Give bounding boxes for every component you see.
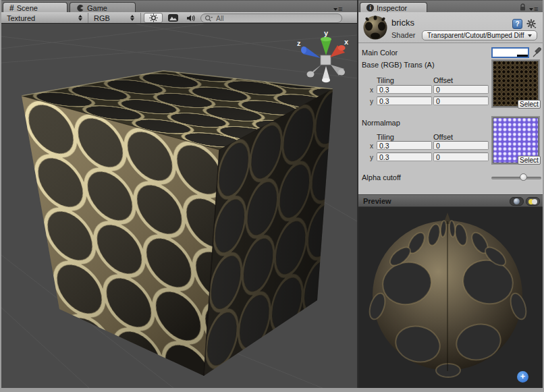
dropdown-triangle-icon <box>529 8 533 11</box>
sphere-icon <box>514 198 520 204</box>
base-y-axis-label: y <box>370 98 373 105</box>
menu-bars-icon: ≡ <box>534 5 538 12</box>
search-input[interactable] <box>215 13 325 23</box>
light-circle-icon <box>532 199 537 204</box>
scene-lighting-toggle[interactable] <box>144 13 163 23</box>
scene-audio-toggle[interactable] <box>182 13 200 23</box>
preview-title: Preview <box>358 197 391 205</box>
shader-label: Shader <box>391 31 415 39</box>
normal-tiling-x-field[interactable] <box>377 141 432 150</box>
cube-mesh[interactable] <box>22 71 333 376</box>
dropdown-triangle-icon <box>528 34 532 37</box>
scene-pane: # Scene Game ≡ Textured RGB <box>1 0 357 388</box>
unity-editor-window: # Scene Game ≡ Textured RGB <box>0 0 544 392</box>
normal-y-axis-label: y <box>370 154 373 161</box>
tab-scene-label: Scene <box>17 4 38 12</box>
base-x-axis-label: x <box>370 86 373 94</box>
scene-toolbar: Textured RGB <box>1 12 357 24</box>
speaker-icon <box>186 14 196 22</box>
material-preview-area[interactable]: + <box>358 207 543 388</box>
image-icon <box>168 14 178 22</box>
normal-tiling-header: Tiling <box>377 133 394 141</box>
menu-bars-icon: ≡ <box>338 5 342 12</box>
dropdown-triangle-icon <box>333 8 337 11</box>
normal-offset-header: Offset <box>433 133 453 141</box>
add-preview-button[interactable]: + <box>517 371 528 383</box>
preview-header[interactable]: Preview <box>358 194 543 207</box>
gizmo-y-label[interactable]: y <box>324 29 329 37</box>
normal-tiling-y-field[interactable] <box>377 152 432 161</box>
select-label: Select <box>520 101 539 108</box>
updown-arrows-icon <box>130 15 134 21</box>
select-label: Select <box>520 157 539 164</box>
base-offset-y-field[interactable] <box>433 96 489 105</box>
base-offset-x-field[interactable] <box>433 85 489 94</box>
shader-dropdown[interactable]: Transparent/Cutout/Bumped Diff <box>422 30 537 40</box>
base-offset-header: Offset <box>433 76 453 84</box>
color-mode-dropdown[interactable]: RGB <box>90 12 138 24</box>
normal-x-axis-label: x <box>370 142 373 150</box>
base-select-button[interactable]: Select <box>518 100 541 109</box>
gear-icon[interactable] <box>526 19 537 29</box>
updown-arrows-icon <box>78 15 82 21</box>
shader-value: Transparent/Cutout/Bumped Diff <box>427 32 524 39</box>
alpha-cutoff-slider-track[interactable] <box>491 177 541 179</box>
help-icon[interactable]: ? <box>512 19 522 29</box>
eyedropper-icon[interactable] <box>532 47 542 58</box>
window-frame-bottom <box>0 388 544 392</box>
base-tiling-header: Tiling <box>377 76 394 84</box>
game-icon <box>76 4 84 12</box>
sun-icon <box>149 13 158 22</box>
tab-scene[interactable]: # Scene <box>3 2 67 13</box>
scene-skybox-toggle[interactable] <box>164 13 182 23</box>
window-frame-left <box>0 0 1 392</box>
material-header: bricks Shader Transparent/Cutout/Bumped … <box>358 12 543 43</box>
search-icon <box>205 15 213 22</box>
main-color-swatch[interactable] <box>491 47 529 58</box>
gizmo-x-label[interactable]: x <box>344 38 349 46</box>
preview-sphere <box>358 207 543 388</box>
lock-icon[interactable] <box>519 3 526 11</box>
normal-offset-x-field[interactable] <box>433 141 489 150</box>
render-mode-label: Textured <box>7 14 35 22</box>
gizmo-z-label[interactable]: z <box>297 39 301 47</box>
normalmap-label: Normalmap <box>362 119 400 127</box>
info-icon: i <box>366 4 374 11</box>
tab-inspector[interactable]: i Inspector <box>360 2 427 13</box>
scene-viewport[interactable]: y x z <box>1 24 357 388</box>
material-name: bricks <box>391 18 414 28</box>
material-ball-thumbnail <box>362 15 388 40</box>
scene-grid-icon: # <box>9 4 14 12</box>
main-color-label: Main Color <box>362 49 398 57</box>
alpha-cutoff-slider-handle[interactable] <box>520 173 527 181</box>
tab-game[interactable]: Game <box>70 2 136 13</box>
color-mode-label: RGB <box>94 14 110 22</box>
base-map-label: Base (RGB) Trans (A) <box>362 61 435 69</box>
base-tiling-y-field[interactable] <box>377 96 432 105</box>
normal-offset-y-field[interactable] <box>433 152 489 161</box>
render-mode-dropdown[interactable]: Textured <box>3 12 86 24</box>
normalmap-select-button[interactable]: Select <box>518 156 541 165</box>
tab-game-label: Game <box>87 4 107 12</box>
scene-tabstrip: # Scene Game ≡ <box>1 0 357 12</box>
preview-model-button[interactable] <box>510 197 524 206</box>
alpha-strip <box>493 55 528 57</box>
scene-search-field[interactable] <box>200 13 342 23</box>
preview-lighting-button[interactable] <box>526 197 540 206</box>
base-tiling-x-field[interactable] <box>377 85 432 94</box>
alpha-cutoff-label: Alpha cutoff <box>362 173 401 181</box>
inspector-tabstrip: i Inspector ≡ <box>358 0 543 12</box>
tab-inspector-label: Inspector <box>377 4 407 12</box>
inspector-pane: i Inspector ≡ <box>358 0 543 388</box>
